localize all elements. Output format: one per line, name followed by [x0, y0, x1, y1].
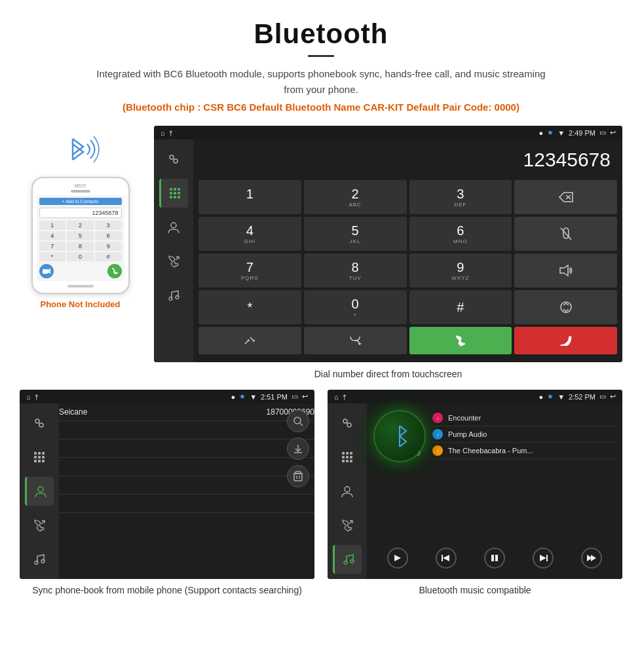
phone-key-1[interactable]: 1	[39, 221, 66, 230]
svg-rect-60	[350, 460, 352, 462]
phone-key-6[interactable]: 6	[95, 231, 122, 240]
contacts-sidebar	[20, 403, 59, 579]
svg-rect-59	[346, 460, 349, 462]
track-1-icon: ♪	[432, 413, 443, 423]
prev-button[interactable]	[436, 548, 457, 569]
play-button[interactable]	[387, 548, 408, 569]
page-description: Integrated with BC6 Bluetooth module, su…	[92, 66, 550, 98]
contacts-list-area: Seicane 18700000690	[59, 403, 314, 579]
sidebar-keypad[interactable]	[159, 179, 188, 208]
phone-key-hash[interactable]: #	[95, 252, 122, 261]
phone-key-5[interactable]: 5	[67, 231, 94, 240]
bluetooth-icon: ★	[547, 128, 554, 137]
key-6[interactable]: 6MNO	[409, 217, 512, 251]
contact-row: Seicane 18700000690	[59, 403, 314, 421]
delete-contact-button[interactable]	[287, 465, 309, 487]
track-1-name: Encounter	[448, 414, 481, 422]
key-swap[interactable]	[514, 290, 617, 324]
svg-marker-22	[560, 265, 568, 276]
music-sidebar-call[interactable]	[333, 511, 362, 540]
music-body: ♪ ♪ Encounter ♪	[328, 403, 622, 579]
key-4[interactable]: 4GHI	[198, 217, 301, 251]
key-0[interactable]: 0+	[304, 290, 407, 324]
phone-key-9[interactable]: 9	[95, 242, 122, 251]
key-call[interactable]	[409, 327, 512, 354]
phone-number-display: 12345678	[39, 208, 122, 218]
sidebar-phone-link[interactable]	[159, 145, 188, 174]
svg-rect-70	[495, 555, 498, 561]
phone-key-0[interactable]: 0	[67, 252, 94, 261]
music-screenshot: ⌂ † ● ★ ▼ 2:52 PM ▭ ↩	[328, 390, 622, 579]
sidebar-contacts[interactable]	[159, 213, 188, 242]
download-contacts-button[interactable]	[287, 438, 309, 460]
key-speaker[interactable]	[514, 253, 617, 288]
key-8[interactable]: 8TUV	[304, 253, 407, 288]
contacts-sidebar-person[interactable]	[25, 477, 54, 506]
search-contact-button[interactable]	[287, 410, 309, 432]
svg-marker-67	[443, 555, 449, 561]
svg-rect-68	[442, 555, 443, 561]
music-sidebar-music[interactable]	[333, 545, 362, 574]
svg-rect-53	[346, 452, 349, 455]
music-bt-icon: ★	[547, 392, 554, 401]
music-sidebar-link[interactable]	[333, 409, 362, 438]
phone-key-7[interactable]: 7	[39, 242, 66, 251]
music-sidebar-keypad[interactable]	[333, 443, 362, 472]
key-hash[interactable]: #	[409, 290, 512, 324]
usb-icon: †	[169, 129, 173, 137]
music-sidebar-person[interactable]	[333, 477, 362, 506]
key-2[interactable]: 2ABC	[304, 180, 407, 214]
phone-video-button[interactable]	[39, 264, 54, 278]
contacts-sidebar-link[interactable]	[25, 409, 54, 438]
phone-not-included-label: Phone Not Included	[40, 299, 120, 309]
car-screen-body: 12345678 1 2ABC 3DEF 4GHI 5JKL 6MNO	[154, 140, 622, 362]
bluetooth-signal-icon	[54, 126, 107, 172]
contacts-sidebar-keypad[interactable]	[25, 443, 54, 472]
contacts-bt-icon: ★	[239, 392, 246, 401]
svg-rect-29	[42, 452, 45, 455]
next-button[interactable]	[533, 548, 554, 569]
key-7[interactable]: 7PQRS	[198, 253, 301, 288]
pause-button[interactable]	[484, 548, 505, 569]
sidebar-music[interactable]	[159, 281, 188, 310]
music-status-bar: ⌂ † ● ★ ▼ 2:52 PM ▭ ↩	[328, 390, 622, 403]
car-status-bar: ⌂ † ● ★ ▼ 2:49 PM ▭ ↩	[154, 126, 622, 140]
contacts-time: 2:51 PM	[261, 393, 288, 401]
track-3-icon: ♪	[432, 445, 443, 456]
svg-line-37	[41, 521, 45, 524]
contacts-wifi-icon: ▼	[250, 393, 257, 401]
svg-line-5	[173, 159, 174, 160]
key-merge[interactable]	[304, 327, 407, 354]
phone-key-8[interactable]: 8	[67, 242, 94, 251]
key-9[interactable]: 9WXYZ	[409, 253, 512, 288]
music-back[interactable]: ↩	[610, 392, 616, 401]
svg-rect-69	[491, 555, 494, 561]
key-5[interactable]: 5JKL	[304, 217, 407, 251]
phone-key-star[interactable]: *	[39, 252, 66, 261]
contacts-sidebar-call[interactable]	[25, 511, 54, 540]
key-end-call[interactable]	[514, 327, 617, 354]
sidebar-call-forward[interactable]	[159, 247, 188, 276]
key-backspace[interactable]	[514, 180, 617, 214]
phone-key-2[interactable]: 2	[67, 221, 94, 230]
key-3[interactable]: 3DEF	[409, 180, 512, 214]
phone-key-3[interactable]: 3	[95, 221, 122, 230]
music-status-right: ● ★ ▼ 2:52 PM ▭ ↩	[538, 392, 616, 401]
key-transfer[interactable]	[198, 327, 301, 354]
contacts-status-left: ⌂ †	[26, 393, 39, 401]
svg-marker-2	[48, 269, 50, 274]
skip-button[interactable]	[581, 548, 602, 569]
music-disc: ♪	[373, 410, 426, 462]
key-1[interactable]: 1	[198, 180, 301, 214]
svg-rect-54	[350, 452, 352, 455]
music-section: ⌂ † ● ★ ▼ 2:52 PM ▭ ↩	[328, 390, 622, 597]
contacts-sidebar-music[interactable]	[25, 545, 54, 574]
phone-call-button[interactable]	[107, 264, 122, 278]
key-star[interactable]: *	[198, 290, 301, 324]
track-list: ♪ Encounter ♪ Pump Audio ♪ The Cheebacab…	[432, 410, 616, 459]
back-icon[interactable]: ↩	[610, 128, 616, 137]
contacts-back[interactable]: ↩	[302, 392, 308, 401]
key-mute[interactable]	[514, 217, 617, 251]
svg-rect-12	[170, 196, 172, 198]
phone-key-4[interactable]: 4	[39, 231, 66, 240]
